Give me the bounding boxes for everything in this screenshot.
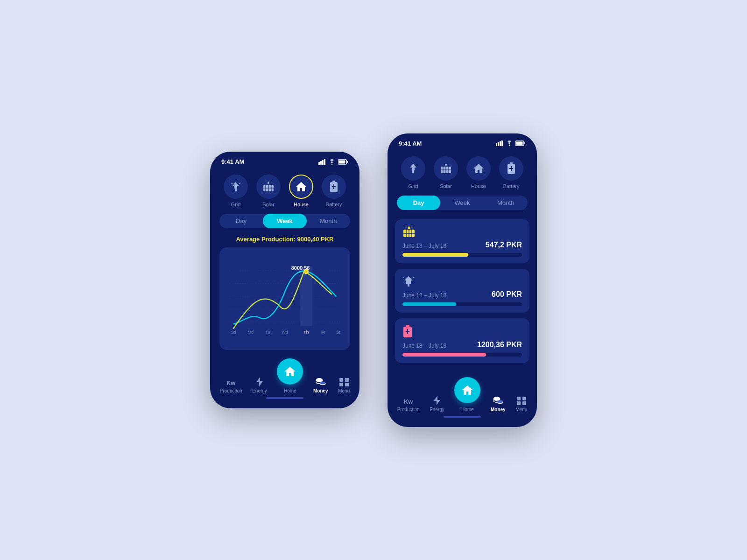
grid-card-icon-wrap: June 18 – July 18: [402, 275, 446, 299]
battery-card-icon-wrap: June 18 – July 18: [402, 325, 446, 349]
svg-marker-56: [410, 164, 416, 170]
svg-marker-39: [256, 377, 263, 386]
chart-svg-1: 8000.56 Sd Md Tu Wd Th Fr St: [225, 257, 345, 344]
grid-card-icon: [402, 275, 415, 287]
solar-icon: [262, 181, 275, 192]
status-time-2: 9:41 AM: [399, 140, 422, 147]
period-day-1[interactable]: Day: [219, 214, 263, 228]
menu-icon-2: [517, 397, 526, 405]
signal-icon-2: [496, 140, 503, 146]
home-fab-2[interactable]: [454, 377, 480, 403]
svg-rect-53: [516, 142, 523, 145]
nav-energy-1[interactable]: Energy: [252, 377, 267, 393]
svg-rect-43: [339, 378, 343, 382]
svg-rect-65: [510, 162, 513, 164]
svg-rect-90: [522, 397, 526, 400]
solar-icon-2: [440, 163, 452, 174]
signal-icon: [318, 159, 326, 165]
grid-tower-icon: [230, 181, 241, 192]
svg-rect-45: [339, 383, 343, 386]
svg-rect-55: [412, 170, 414, 173]
battery-nav-icon: [329, 181, 338, 193]
house-label-2: House: [471, 183, 486, 189]
grid-card-header: June 18 – July 18 600 PKR: [402, 275, 522, 299]
battery-bar-bg: [402, 353, 522, 357]
period-week-1[interactable]: Week: [263, 214, 306, 228]
nav-solar-1[interactable]: Solar: [256, 175, 281, 207]
nav-menu-2[interactable]: Menu: [515, 397, 527, 412]
nav-battery-2[interactable]: Battery: [499, 156, 523, 189]
grid-card[interactable]: June 18 – July 18 600 PKR: [395, 269, 529, 313]
solar-circle-2: [434, 156, 458, 181]
svg-text:8000.56: 8000.56: [291, 265, 310, 271]
svg-rect-6: [339, 160, 345, 163]
nav-production-1[interactable]: Kw Production: [220, 379, 242, 393]
home-label-1: Home: [284, 388, 296, 393]
svg-text:Tu: Tu: [265, 330, 270, 335]
battery-circle-1: [322, 175, 346, 199]
battery-card-icon: [402, 325, 413, 338]
battery-label-1: Battery: [326, 202, 342, 207]
house-icon-2: [472, 162, 485, 175]
phone-2: 9:41 AM: [388, 133, 537, 427]
svg-line-80: [413, 277, 414, 278]
house-icon-active: [295, 181, 307, 193]
period-month-1[interactable]: Month: [307, 214, 350, 228]
svg-rect-21: [332, 181, 335, 182]
nav-menu-1[interactable]: Menu: [338, 378, 350, 393]
nav-money-1[interactable]: Money: [313, 377, 328, 393]
svg-rect-47: [496, 143, 497, 146]
svg-rect-91: [517, 401, 521, 405]
bottom-nav-2: Kw Production Energy Home: [388, 373, 537, 427]
svg-line-10: [231, 183, 233, 184]
svg-rect-48: [498, 142, 499, 146]
period-month-2[interactable]: Month: [484, 196, 528, 210]
house-circle-1: [289, 175, 313, 199]
svg-marker-85: [434, 396, 440, 405]
production-label-1: Production: [220, 388, 242, 393]
grid-circle-2: [401, 156, 425, 181]
chart-container-1[interactable]: 8000.56 Sd Md Tu Wd Th Fr St: [219, 247, 350, 350]
nav-solar-2[interactable]: Solar: [434, 156, 458, 189]
battery-label-2: Battery: [503, 183, 520, 189]
solar-card-header: June 18 – July 18 547,2 PKR: [402, 226, 522, 249]
svg-text:Md: Md: [248, 330, 254, 335]
chart-area-1: Average Production: 9000,40 PKR: [210, 233, 359, 355]
status-bar-2: 9:41 AM: [388, 133, 537, 151]
production-label-2: Production: [397, 407, 420, 412]
grid-circle-1: [224, 175, 248, 199]
nav-energy-2[interactable]: Energy: [430, 396, 444, 412]
nav-production-2[interactable]: Kw Production: [397, 398, 420, 412]
svg-point-73: [408, 226, 410, 229]
battery-circle-2: [499, 156, 523, 181]
period-pill-1: Day Week Month: [219, 214, 350, 228]
nav-battery-1[interactable]: Battery: [322, 175, 346, 207]
nav-home-1[interactable]: Home: [277, 358, 303, 393]
svg-text:St: St: [336, 330, 340, 335]
battery-card[interactable]: June 18 – July 18 1200,36 PKR: [395, 318, 529, 363]
nav-grid-1[interactable]: Grid: [224, 175, 248, 207]
nav-house-1[interactable]: House: [289, 175, 313, 207]
grid-card-amount: 600 PKR: [492, 290, 522, 299]
nav-money-2[interactable]: Money: [491, 396, 506, 412]
card-content-2: June 18 – July 18 547,2 PKR: [388, 215, 537, 373]
menu-label-2: Menu: [515, 407, 527, 412]
home-fab-1[interactable]: [277, 358, 303, 385]
solar-label-1: Solar: [262, 202, 275, 207]
wifi-icon-2: [506, 140, 513, 146]
house-label-1: House: [294, 202, 309, 207]
solar-card[interactable]: June 18 – July 18 547,2 PKR: [395, 219, 529, 263]
period-week-2[interactable]: Week: [440, 196, 484, 210]
bottom-nav-items-1: Kw Production Energy Home: [215, 355, 355, 393]
nav-home-2[interactable]: Home: [454, 377, 480, 412]
svg-rect-7: [347, 161, 348, 163]
phone-1: 9:41 AM: [210, 152, 359, 408]
nav-grid-2[interactable]: Grid: [401, 156, 425, 189]
period-day-2[interactable]: Day: [397, 196, 440, 210]
svg-rect-50: [501, 140, 503, 146]
svg-rect-54: [524, 142, 525, 144]
nav-house-2[interactable]: House: [466, 156, 491, 189]
scroll-indicator-2: [444, 416, 481, 418]
status-bar-1: 9:41 AM: [210, 152, 359, 169]
solar-label-2: Solar: [440, 183, 452, 189]
